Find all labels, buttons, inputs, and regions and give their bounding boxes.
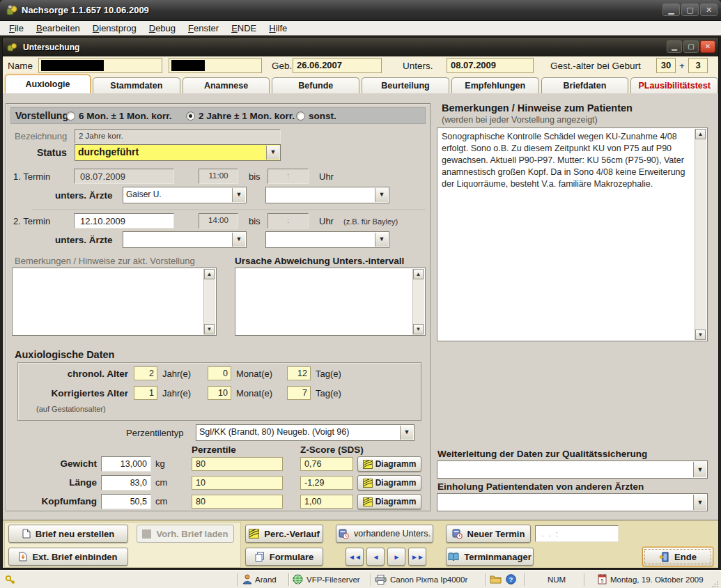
perc-verlauf-button[interactable]: Perc.-Verlauf <box>245 525 323 543</box>
chevron-down-icon[interactable]: ▼ <box>375 233 388 247</box>
gewicht-diagramm-button[interactable]: Diagramm <box>357 456 421 472</box>
termin2-date-field[interactable]: 12.10.2009 <box>74 213 174 229</box>
scrollbar[interactable]: ▲ ▼ <box>203 269 215 334</box>
form-maximize-button[interactable]: ▢ <box>683 40 699 53</box>
chronol-monate-field: 0 <box>208 366 231 380</box>
qualitaetssicherung-select[interactable]: ▼ <box>437 461 708 479</box>
statusbar-printer: Canon Pixma Ip4000r <box>390 575 467 584</box>
scroll-down-icon[interactable]: ▼ <box>413 324 424 334</box>
termin2-arzt2-select[interactable]: ▼ <box>265 231 389 248</box>
einholung-select[interactable]: ▼ <box>437 493 708 511</box>
scrollbar[interactable]: ▲ ▼ <box>695 129 706 340</box>
chevron-down-icon[interactable]: ▼ <box>693 462 706 477</box>
gest-weeks-field[interactable]: 30 <box>656 58 676 73</box>
brief-neu-erstellen-button[interactable]: Brief neu erstellen <box>8 525 128 543</box>
geb-field[interactable]: 26.06.2007 <box>293 58 382 73</box>
ursache-abweichung-textarea[interactable]: ▲ ▼ <box>235 268 426 336</box>
separator <box>524 573 525 586</box>
gest-days-field[interactable]: 3 <box>688 58 708 73</box>
scroll-up-icon[interactable]: ▲ <box>413 269 424 279</box>
ext-brief-einbinden-button[interactable]: Ext. Brief einbinden <box>8 548 128 566</box>
gewicht-field[interactable]: 13,000 <box>101 456 151 472</box>
maximize-button[interactable]: ▢ <box>681 3 699 16</box>
korr-jahre-field: 1 <box>134 386 157 400</box>
chevron-down-icon[interactable]: ▼ <box>400 426 413 440</box>
kopfumfang-diagramm-button[interactable]: Diagramm <box>357 494 421 509</box>
termin2-arzt1-select[interactable]: ▼ <box>123 231 247 248</box>
menu-item-hilfe[interactable]: Hilfe <box>263 22 293 35</box>
neuer-termin-datetime-field[interactable]: . . : <box>535 525 619 542</box>
radio-6mon[interactable] <box>66 111 75 121</box>
chevron-down-icon[interactable]: ▼ <box>232 233 245 247</box>
scroll-down-icon[interactable]: ▼ <box>695 330 706 340</box>
form-minimize-button[interactable]: ▁ <box>667 40 682 53</box>
tab-plausibilitaetstest[interactable]: PLausibilitätstest <box>630 77 718 93</box>
nav-last-button[interactable]: ►► <box>408 548 426 566</box>
nav-first-button[interactable]: ◄◄ <box>346 548 364 566</box>
nav-next-button[interactable]: ► <box>387 548 405 566</box>
tab-empfehlungen[interactable]: Empfehlungen <box>451 77 539 93</box>
kopfumfang-field[interactable]: 50,5 <box>101 494 151 509</box>
nav-previous-button[interactable]: ◄ <box>366 548 385 566</box>
neuer-termin-button[interactable]: Neuer Termin <box>446 525 531 543</box>
vorstellung-label: Vorstellung <box>15 110 68 121</box>
laenge-diagramm-button[interactable]: Diagramm <box>357 475 421 490</box>
close-button[interactable]: ✕ <box>700 3 718 16</box>
gewicht-unit: kg <box>155 458 165 469</box>
vorhandene-unters-button[interactable]: vorhandene Unters. <box>336 525 433 543</box>
chevron-down-icon[interactable]: ▼ <box>232 188 245 202</box>
tab-stammdaten[interactable]: Stammdaten <box>93 77 180 93</box>
name-field-first[interactable] <box>169 58 262 73</box>
bemerkungen-vorstellung-textarea[interactable]: ▲ ▼ <box>12 268 217 336</box>
chevron-down-icon[interactable]: ▼ <box>266 146 279 160</box>
radio-sonst[interactable] <box>296 111 305 121</box>
name-field-last[interactable] <box>38 58 162 73</box>
form-close-button[interactable]: ✕ <box>700 40 715 53</box>
menu-item-ende[interactable]: ENDE <box>225 22 263 35</box>
globe-icon <box>293 574 303 585</box>
termin1-arzt1-select[interactable]: Gaiser U.▼ <box>123 187 247 203</box>
chevron-down-icon[interactable]: ▼ <box>375 188 388 202</box>
radio-2jahre[interactable] <box>186 111 195 121</box>
svg-text:?: ? <box>509 575 513 583</box>
status-select[interactable]: durchgeführt ▼ <box>75 144 281 161</box>
chronol-tage-field: 12 <box>287 366 311 380</box>
laenge-field[interactable]: 83,0 <box>101 475 151 490</box>
tag-label: Tag(e) <box>316 369 341 379</box>
scrollbar[interactable]: ▲ ▼ <box>412 269 424 334</box>
menu-item-fenster[interactable]: Fenster <box>182 22 225 35</box>
scroll-up-icon[interactable]: ▲ <box>204 269 215 279</box>
untersuchung-window: Untersuchung ▁ ▢ ✕ Name Geb. 26.06.2007 … <box>2 37 719 568</box>
chart-icon <box>363 479 373 488</box>
termin1-arzt2-select[interactable]: ▼ <box>265 187 389 203</box>
termin2-uhr-label: Uhr <box>319 216 334 226</box>
help-icon[interactable]: ? <box>506 574 516 585</box>
patient-notes-textarea[interactable]: Sonographische Kontrolle Schädel wegen K… <box>437 127 708 341</box>
menu-item-bearbeiten[interactable]: Bearbeiten <box>30 22 86 35</box>
minimize-button[interactable]: ▁ <box>662 3 680 16</box>
tab-beurteilung[interactable]: Beurteilung <box>362 77 449 93</box>
chevron-down-icon[interactable]: ▼ <box>693 495 706 510</box>
form-titlebar: Untersuchung ▁ ▢ ✕ <box>3 38 718 56</box>
unters-label: Unters. <box>403 61 433 71</box>
tab-anamnese[interactable]: Anamnese <box>183 77 270 93</box>
scroll-up-icon[interactable]: ▲ <box>695 129 706 139</box>
terminmanager-button[interactable]: Terminmanager <box>446 548 534 566</box>
calendar-icon: 5 <box>598 573 607 585</box>
resize-grip[interactable] <box>712 580 719 587</box>
menu-item-dienstprog[interactable]: Dienstprog <box>86 22 143 35</box>
perzentilentyp-select[interactable]: Sgl/KK (Brandt, 80) Neugeb. (Voigt 96) ▼ <box>196 424 414 441</box>
menu-item-debug[interactable]: Debug <box>143 22 182 35</box>
unters-field[interactable]: 08.07.2009 <box>447 58 534 73</box>
scroll-down-icon[interactable]: ▼ <box>204 324 215 334</box>
form-title: Untersuchung <box>23 42 79 52</box>
tab-auxiologie[interactable]: Auxiologie <box>5 75 91 93</box>
einholung-label: Einholung Patientendaten von anderen Ärz… <box>437 481 644 492</box>
window-title: Nachsorge 1.1.657 10.06.2009 <box>22 5 149 15</box>
formulare-button[interactable]: Formulare <box>245 548 323 566</box>
menu-item-file[interactable]: File <box>3 22 30 35</box>
ende-button[interactable]: Ende <box>642 547 713 566</box>
tab-briefdaten[interactable]: Briefdaten <box>541 77 629 93</box>
qualitaetssicherung-label: Weiterleitung der Daten zur Qualitätssic… <box>437 449 647 459</box>
tab-befunde[interactable]: Befunde <box>272 77 359 93</box>
